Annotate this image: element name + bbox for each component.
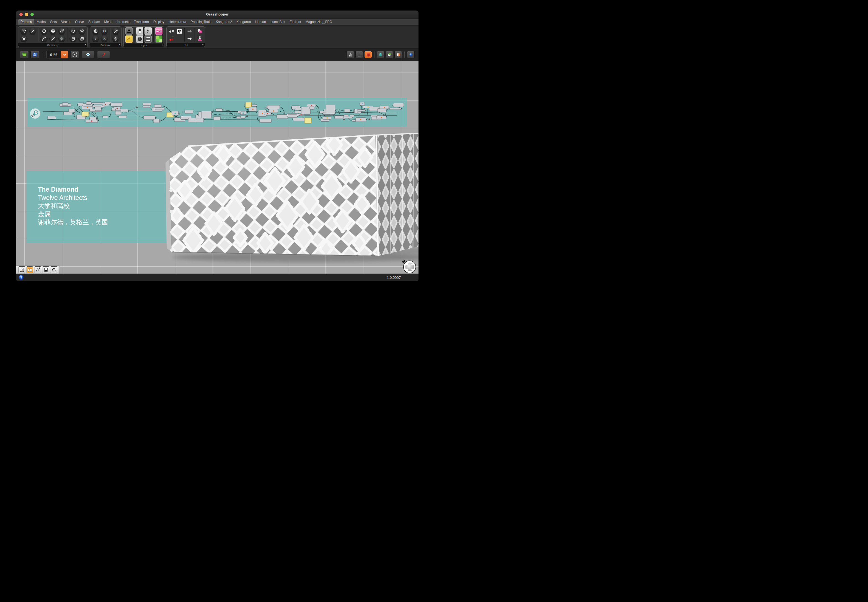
graph-node[interactable]: [115, 111, 121, 115]
redraw-button[interactable]: [51, 266, 57, 273]
tab-vector[interactable]: Vector: [59, 19, 73, 25]
bulb-widget-icon[interactable]: [30, 108, 40, 119]
graph-node[interactable]: [143, 116, 155, 119]
tab-kangaroo2[interactable]: Kangaroo2: [214, 19, 235, 25]
swatch-icon[interactable]: [155, 35, 163, 43]
arrow-white-icon[interactable]: [186, 35, 193, 42]
tab-surface[interactable]: Surface: [86, 19, 102, 25]
graph-node[interactable]: [86, 101, 91, 105]
graph-node[interactable]: [103, 116, 108, 118]
knob-icon[interactable]: [136, 35, 144, 43]
graph-node[interactable]: [216, 109, 222, 111]
zoom-extents-button[interactable]: [71, 51, 79, 58]
alert-icon[interactable]: [18, 275, 24, 281]
import-icon[interactable]: [125, 27, 133, 35]
jelly-icon[interactable]: [196, 28, 204, 35]
flask-icon[interactable]: [196, 35, 204, 42]
graph-node[interactable]: [393, 103, 404, 107]
graph-node[interactable]: [62, 103, 68, 106]
definition-canvas[interactable]: The Diamond Twelve Architects 大学和高校 金属 谢…: [16, 61, 419, 273]
tab-kangaroo[interactable]: Kangaroo: [234, 19, 253, 25]
graph-node[interactable]: [153, 119, 159, 123]
box-icon[interactable]: [69, 28, 77, 35]
blob-preview-button[interactable]: [377, 51, 385, 58]
group-expand-icon[interactable]: ▾: [85, 43, 86, 46]
graph-node[interactable]: [143, 106, 150, 108]
open-file-button[interactable]: [20, 51, 29, 58]
circle-icon[interactable]: [40, 28, 48, 35]
graph-node[interactable]: [90, 117, 96, 120]
graph-node[interactable]: [69, 109, 75, 112]
patch-icon[interactable]: [78, 35, 86, 43]
bw-toggle-button[interactable]: [43, 266, 49, 273]
view-compass-widget[interactable]: [401, 259, 417, 273]
graph-group-band[interactable]: [28, 98, 407, 127]
graph-node[interactable]: [293, 118, 305, 121]
line-icon[interactable]: [49, 35, 57, 43]
graph-node[interactable]: [201, 111, 212, 118]
tab-human[interactable]: Human: [253, 19, 268, 25]
graph-node[interactable]: [295, 108, 301, 110]
zoom-control[interactable]: 91%: [46, 51, 68, 58]
shaded-preview-button[interactable]: [364, 51, 372, 58]
tab-heteroptera[interactable]: Heteroptera: [166, 19, 188, 25]
zoom-dropdown-button[interactable]: [61, 51, 68, 58]
tree-icon[interactable]: [176, 28, 183, 35]
graph-node[interactable]: [390, 108, 401, 110]
arrow-gray-icon[interactable]: [186, 28, 193, 35]
subd-icon[interactable]: [58, 35, 66, 43]
graph-node[interactable]: [252, 104, 257, 106]
tab-magnetizing-fpg[interactable]: Magnetizing_FPG: [304, 19, 334, 25]
graph-node[interactable]: [111, 103, 122, 106]
preview-eye-button[interactable]: [82, 51, 94, 58]
tab-display[interactable]: Display: [151, 19, 166, 25]
graph-node[interactable]: [288, 114, 297, 118]
ghost-preview-button[interactable]: [356, 51, 363, 58]
graph-node[interactable]: [245, 102, 252, 108]
tab-lunchbox[interactable]: LunchBox: [268, 19, 287, 25]
wire-style-button[interactable]: [35, 266, 41, 273]
graph-node[interactable]: [104, 101, 111, 104]
graph-node[interactable]: [155, 104, 161, 108]
cherries-icon[interactable]: [168, 35, 175, 42]
graph-node[interactable]: [95, 107, 101, 111]
tab-mesh[interactable]: Mesh: [102, 19, 114, 25]
plane-icon[interactable]: [58, 28, 66, 35]
sphere-blue-preview-button[interactable]: [407, 51, 415, 58]
sketch-pen-button[interactable]: [97, 51, 110, 58]
toggle-icon[interactable]: [136, 27, 144, 35]
close-icon[interactable]: [20, 35, 28, 43]
tab-elefront[interactable]: Elefront: [287, 19, 303, 25]
sketch-icon[interactable]: [125, 35, 133, 43]
tab-params[interactable]: Params: [18, 19, 34, 25]
tab-curve[interactable]: Curve: [73, 19, 86, 25]
graph-node[interactable]: [213, 117, 221, 120]
graph-node[interactable]: [82, 112, 89, 116]
graph-node[interactable]: [310, 106, 314, 110]
cylinder-icon[interactable]: [69, 35, 77, 43]
group-expand-icon[interactable]: ▾: [202, 43, 204, 46]
tab-transform[interactable]: Transform: [132, 19, 151, 25]
sphere-orange-preview-button[interactable]: [394, 51, 402, 58]
wireframe-preview-button[interactable]: [347, 51, 354, 58]
graph-node[interactable]: [185, 110, 193, 114]
graph-node[interactable]: [259, 119, 271, 123]
graph-node[interactable]: [301, 107, 311, 115]
decimal-icon[interactable]: 0.1: [100, 28, 109, 35]
mesh-icon[interactable]: [78, 28, 86, 35]
data-web-icon[interactable]: [112, 35, 120, 43]
graph-node[interactable]: [358, 110, 365, 111]
graph-node[interactable]: [155, 108, 164, 110]
panel-icon[interactable]: [144, 35, 152, 43]
letter-a-icon[interactable]: A: [100, 35, 109, 43]
graph-node[interactable]: [143, 103, 151, 106]
sphere-green-preview-button[interactable]: [386, 51, 393, 58]
graph-node[interactable]: [277, 114, 288, 118]
curve-path-icon[interactable]: [112, 28, 120, 35]
paint-bucket-button[interactable]: [26, 266, 33, 273]
expression-button[interactable]: -x: [18, 266, 25, 273]
tab-panelingtools[interactable]: PanelingTools: [189, 19, 214, 25]
vector-icon[interactable]: [29, 28, 37, 35]
gradient-icon[interactable]: [155, 27, 163, 35]
graph-node[interactable]: [344, 109, 350, 112]
